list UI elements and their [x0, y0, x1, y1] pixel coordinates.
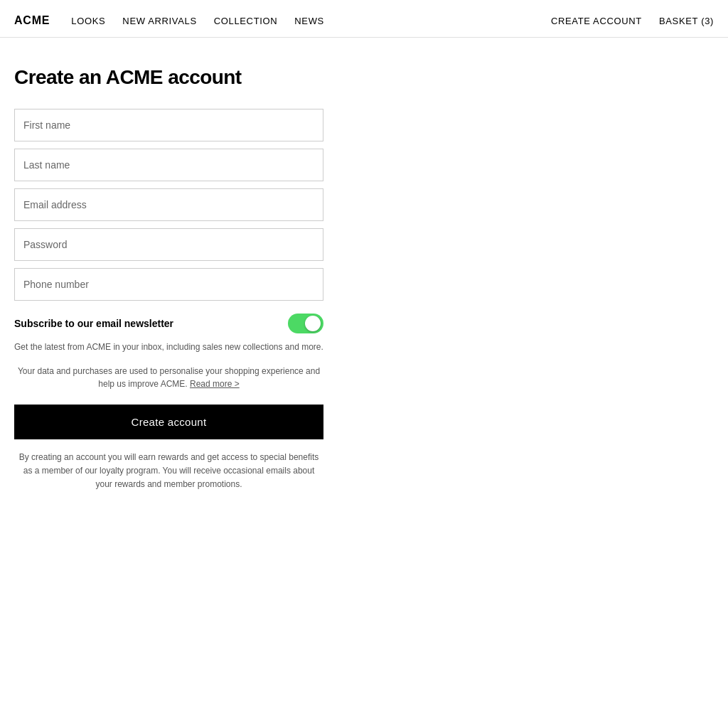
- create-account-button[interactable]: Create account: [14, 405, 323, 439]
- password-input[interactable]: [14, 228, 323, 261]
- email-input[interactable]: [14, 188, 323, 221]
- phone-field: [14, 268, 327, 301]
- site-logo[interactable]: ACME: [14, 14, 50, 27]
- privacy-text: Your data and purchases are used to pers…: [14, 365, 323, 390]
- page-title: Create an ACME account: [14, 66, 327, 89]
- nav-item-collection[interactable]: COLLECTION: [214, 16, 278, 26]
- password-field: [14, 228, 327, 261]
- subscribe-description: Get the latest from ACME in your inbox, …: [14, 341, 323, 353]
- phone-input[interactable]: [14, 268, 323, 301]
- basket-link[interactable]: BASKET (3): [659, 16, 714, 26]
- create-account-link[interactable]: CREATE ACCOUNT: [551, 16, 642, 26]
- subscribe-toggle[interactable]: [288, 314, 323, 333]
- email-field: [14, 188, 327, 221]
- last-name-field: [14, 149, 327, 181]
- read-more-link[interactable]: Read more >: [190, 379, 240, 389]
- last-name-input[interactable]: [14, 149, 323, 181]
- main-nav: LOOKS NEW ARRIVALS COLLECTION NEWS: [71, 16, 324, 26]
- loyalty-text: By creating an account you will earn rew…: [14, 451, 323, 492]
- nav-item-looks[interactable]: LOOKS: [71, 16, 105, 26]
- nav-item-news[interactable]: NEWS: [294, 16, 324, 26]
- toggle-slider: [288, 314, 323, 333]
- subscribe-label: Subscribe to our email newsletter: [14, 318, 173, 329]
- nav-item-new-arrivals[interactable]: NEW ARRIVALS: [122, 16, 196, 26]
- subscribe-row: Subscribe to our email newsletter: [14, 314, 323, 333]
- first-name-input[interactable]: [14, 109, 323, 141]
- first-name-field: [14, 109, 327, 141]
